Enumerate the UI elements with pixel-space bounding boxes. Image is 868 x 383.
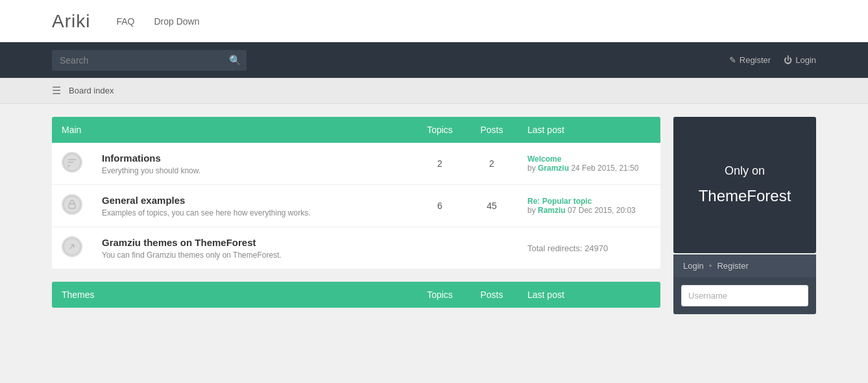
auth-links: ✎ Register ⏻ Login (729, 55, 816, 65)
separator: • (709, 261, 712, 271)
themes-col-topics: Topics (414, 282, 466, 308)
forum-desc-0: Everything you should know. (102, 166, 404, 175)
sidebar-banner-line1: Only on (725, 160, 765, 181)
forum-title-0[interactable]: Informations (102, 153, 404, 164)
login-label: Login (795, 55, 816, 65)
themes-table-header: Themes Topics Posts Last post (52, 282, 660, 308)
forum-title-cell-1: General examplesExamples of topics, you … (92, 185, 414, 227)
table-row: InformationsEverything you should know.2… (52, 143, 660, 185)
svg-point-1 (64, 196, 80, 213)
nav-faq[interactable]: FAQ (116, 16, 134, 27)
forum-topics-2 (414, 227, 466, 269)
login-icon: ⏻ (784, 55, 792, 65)
svg-rect-2 (69, 204, 75, 208)
themes-section-title: Themes (52, 282, 414, 308)
sidebar-banner-line2: ThemeForest (699, 182, 791, 210)
forum-lastpost-2: Total redirects: 24970 (518, 227, 660, 269)
search-button[interactable]: 🔍 (229, 55, 241, 66)
table-row: Gramziu themes on ThemeForestYou can fin… (52, 227, 660, 269)
forum-lastpost-1: Re: Popular topic by Ramziu 07 Dec 2015,… (518, 185, 660, 227)
search-wrap: 🔍 (52, 50, 247, 71)
forum-icon-1 (52, 185, 92, 227)
sidebar-login-header: Login • Register (673, 254, 816, 277)
forum-icon-0 (52, 143, 92, 185)
main-forum-table: Main Topics Posts Last post Informations… (52, 117, 660, 269)
sidebar-banner: Only on ThemeForest (673, 117, 816, 253)
sidebar-login: Login • Register (673, 254, 816, 314)
forum-icon-2 (52, 227, 92, 269)
redirect-count-2: Total redirects: 24970 (527, 243, 608, 253)
lastpost-by-0: by (527, 164, 538, 173)
forum-topics-1: 6 (414, 185, 466, 227)
forum-desc-1: Examples of topics, you can see here how… (102, 208, 404, 217)
search-bar: 🔍 ✎ Register ⏻ Login (0, 42, 868, 78)
comment-icon (62, 152, 82, 173)
forum-main: Main Topics Posts Last post Informations… (52, 117, 660, 321)
lastpost-date-1: 07 Dec 2015, 20:03 (568, 206, 636, 215)
sidebar: Only on ThemeForest Login • Register (673, 117, 816, 321)
forum-posts-0: 2 (466, 143, 518, 185)
forum-posts-2 (466, 227, 518, 269)
breadcrumb-bar: ☰ Board index (0, 78, 868, 104)
themes-col-posts: Posts (466, 282, 518, 308)
top-nav: Ariki FAQ Drop Down (0, 0, 868, 42)
sidebar-register-link[interactable]: Register (717, 261, 748, 271)
hamburger-icon[interactable]: ☰ (52, 84, 61, 97)
col-posts-header: Posts (466, 117, 518, 143)
username-input[interactable] (681, 285, 808, 306)
forum-title-cell-0: InformationsEverything you should know. (92, 143, 414, 185)
nav-dropdown[interactable]: Drop Down (154, 16, 199, 27)
lock-icon (62, 194, 82, 215)
sidebar-login-body (673, 277, 816, 314)
forum-title-2[interactable]: Gramziu themes on ThemeForest (102, 237, 404, 248)
main-section-title: Main (52, 117, 414, 143)
nav-links: FAQ Drop Down (116, 16, 199, 27)
forum-title-1[interactable]: General examples (102, 195, 404, 206)
breadcrumb: Board index (69, 86, 114, 95)
lastpost-by-1: by (527, 206, 538, 215)
register-label: Register (740, 55, 771, 65)
external-icon (62, 236, 82, 257)
content-wrap: Main Topics Posts Last post Informations… (0, 104, 868, 334)
main-table-header: Main Topics Posts Last post (52, 117, 660, 143)
col-lastpost-header: Last post (518, 117, 660, 143)
forum-title-cell-2: Gramziu themes on ThemeForestYou can fin… (92, 227, 414, 269)
search-input[interactable] (52, 50, 247, 71)
register-icon: ✎ (729, 55, 736, 65)
login-link[interactable]: ⏻ Login (784, 55, 816, 65)
register-link[interactable]: ✎ Register (729, 55, 771, 65)
themes-forum-table: Themes Topics Posts Last post (52, 282, 660, 308)
forum-desc-2: You can find Gramziu themes only on Them… (102, 251, 404, 260)
lastpost-author-0[interactable]: Gramziu (538, 164, 569, 173)
themes-col-lastpost: Last post (518, 282, 660, 308)
site-logo: Ariki (52, 11, 90, 32)
lastpost-date-0: 24 Feb 2015, 21:50 (571, 164, 638, 173)
forum-topics-0: 2 (414, 143, 466, 185)
forum-lastpost-0: Welcome by Gramziu 24 Feb 2015, 21:50 (518, 143, 660, 185)
forum-posts-1: 45 (466, 185, 518, 227)
lastpost-link-0[interactable]: Welcome (527, 154, 561, 164)
table-row: General examplesExamples of topics, you … (52, 185, 660, 227)
lastpost-link-1[interactable]: Re: Popular topic (527, 197, 592, 206)
lastpost-author-1[interactable]: Ramziu (538, 206, 566, 215)
col-topics-header: Topics (414, 117, 466, 143)
sidebar-login-link[interactable]: Login (683, 261, 704, 271)
